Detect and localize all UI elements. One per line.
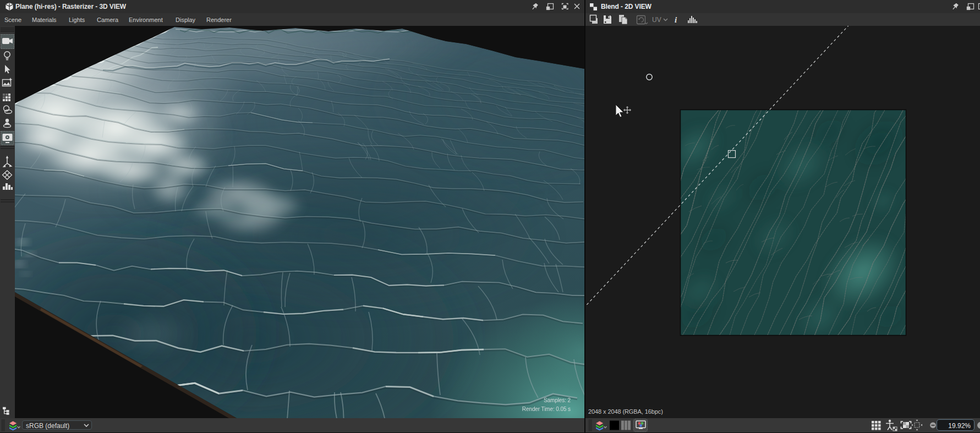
svg-text:i: i xyxy=(675,15,677,24)
svg-text:UV: UV xyxy=(652,16,661,24)
